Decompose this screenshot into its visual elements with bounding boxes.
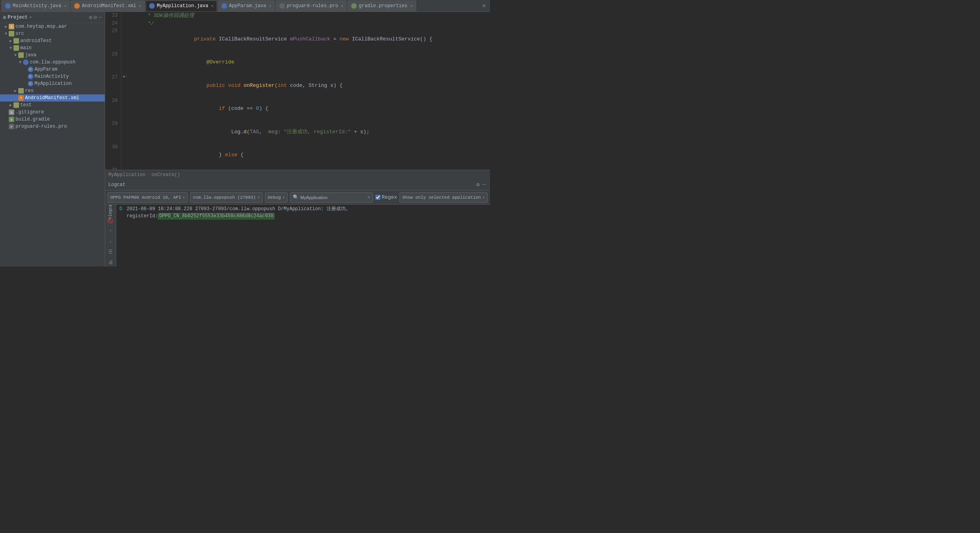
sidebar-dropdown-arrow[interactable]: ▾ xyxy=(29,15,32,20)
log-highlighted-value: OPPO_CN_8b0252f5553e33b450c886d8c24ac930 xyxy=(158,213,275,219)
tab-gradle[interactable]: gradle.properties ✕ xyxy=(348,0,416,12)
logcat-side-toolbar: =logcat 🚫 ↑ ↓ ☰ 🖨 ↻ ⚙ >> xyxy=(105,205,116,266)
tree-arrow-package: ▼ xyxy=(17,60,23,65)
logcat-toolbar: OPPO PAFM00 Android 10, API ▾ com.llw.op… xyxy=(105,190,490,205)
device-selector[interactable]: OPPO PAFM00 Android 10, API ▾ xyxy=(108,192,188,203)
pro-file-icon xyxy=(279,3,285,9)
tab-close-my-application[interactable]: ✕ xyxy=(211,4,213,8)
logcat-content[interactable]: D 2021-06-09 16:24:08.228 27093-27093/co… xyxy=(116,205,490,266)
tab-close-main-activity[interactable]: ✕ xyxy=(64,4,66,8)
breadcrumb-method[interactable]: onCreate() xyxy=(152,172,180,178)
tree-item-package[interactable]: ▼ com.llw.oppopush xyxy=(0,59,105,66)
tab-app-param[interactable]: AppParam.java ✕ xyxy=(218,0,275,12)
folder-androidtest-icon xyxy=(13,38,19,44)
tree-item-java[interactable]: ▼ java xyxy=(0,52,105,59)
tree-item-src[interactable]: ▼ src xyxy=(0,30,105,37)
project-sidebar: ▣ Project ▾ ⚙ ⊟ — ▶ a com.heytap.msp.aar… xyxy=(0,12,105,266)
tab-label-proguard: proguard-rules.pro xyxy=(287,3,338,9)
tab-main-activity[interactable]: MainActivity.java ✕ xyxy=(2,0,70,12)
class-mainactivity-icon: C xyxy=(28,74,33,79)
tree-item-build-gradle[interactable]: ▶ g build.gradle xyxy=(0,116,105,123)
logcat-filter-icon[interactable]: =logcat xyxy=(106,206,115,215)
tab-label-main-activity: MainActivity.java xyxy=(13,3,61,9)
tree-item-androidTest[interactable]: ▶ androidTest xyxy=(0,37,105,44)
tree-arrow-java: ▼ xyxy=(13,53,18,58)
code-line-28: 28 if (code == 0) { xyxy=(105,97,490,121)
tree-item-gitignore[interactable]: ▶ g .gitignore xyxy=(0,109,105,116)
tree-item-test[interactable]: ▶ test xyxy=(0,102,105,109)
code-editor[interactable]: 23 * SDK操作回调处理 24 */ 25 xyxy=(105,12,490,170)
class-myapplication-icon: C xyxy=(28,81,33,86)
show-only-label: Show only selected application xyxy=(402,195,481,200)
sidebar-layout-icon[interactable]: ⊟ xyxy=(94,14,97,21)
gradle-file-icon xyxy=(351,3,357,9)
logcat-header: Logcat ⚙ — xyxy=(105,179,490,190)
java-file-icon-active xyxy=(149,3,155,9)
scroll-down-icon[interactable]: ↓ xyxy=(106,237,115,246)
code-line-25: 25 private ICallBackResultService mPushC… xyxy=(105,27,490,51)
folder-src-icon xyxy=(9,31,14,36)
log-level-selector[interactable]: Debug ▾ xyxy=(265,192,288,203)
tree-item-aar[interactable]: ▶ a com.heytap.msp.aar xyxy=(0,23,105,30)
process-dropdown-arrow: ▾ xyxy=(257,195,260,200)
recent-files-icon[interactable]: ≡ xyxy=(480,2,488,10)
tree-label-src: src xyxy=(15,31,24,36)
tab-close-gradle[interactable]: ✕ xyxy=(410,4,413,8)
tab-android-manifest[interactable]: AndroidManifest.xml ✕ xyxy=(71,0,145,12)
process-label: com.llw.oppopush (27093) xyxy=(193,195,256,200)
tree-label-androidtest: androidTest xyxy=(20,38,52,44)
sidebar-gear-icon[interactable]: ⚙ xyxy=(89,14,92,21)
tab-my-application[interactable]: MyApplication.java ✕ xyxy=(146,0,217,12)
tree-item-manifest[interactable]: ▶ X AndroidManifest.xml xyxy=(0,94,105,102)
folder-test-icon xyxy=(13,102,19,108)
log-entry-1[interactable]: D 2021-06-09 16:24:08.228 27093-27093/co… xyxy=(116,205,490,220)
logcat-search-box: 🔍 ✕ xyxy=(290,192,373,203)
logcat-settings-icon[interactable]: ⚙ xyxy=(475,180,480,189)
search-clear-icon[interactable]: ✕ xyxy=(367,194,370,200)
tree-item-main[interactable]: ▼ main xyxy=(0,44,105,52)
logcat-minimize-icon[interactable]: — xyxy=(482,180,487,189)
tree-label-build-gradle: build.gradle xyxy=(15,117,50,122)
show-only-selector[interactable]: Show only selected application ▾ xyxy=(400,192,488,203)
logcat-search-input[interactable] xyxy=(300,195,366,200)
tree-label-test: test xyxy=(20,102,32,108)
sidebar-close-icon[interactable]: — xyxy=(98,14,102,21)
regex-checkbox-wrap: Regex xyxy=(375,194,397,200)
scroll-up-icon[interactable]: ↑ xyxy=(106,227,115,236)
print-icon[interactable]: 🖨 xyxy=(106,258,115,266)
tree-label-manifest: AndroidManifest.xml xyxy=(25,95,79,101)
regex-label[interactable]: Regex xyxy=(382,194,397,200)
breadcrumb-class[interactable]: MyApplication xyxy=(108,172,146,178)
regex-checkbox[interactable] xyxy=(375,195,380,200)
tab-close-app-param[interactable]: ✕ xyxy=(269,4,271,8)
code-table: 23 * SDK操作回调处理 24 */ 25 xyxy=(105,12,490,170)
tab-label-gradle: gradle.properties xyxy=(359,3,407,9)
java-icon-app-param xyxy=(221,3,227,9)
code-line-29: 29 Log.d(TAG, msg: "注册成功, registerId:" +… xyxy=(105,120,490,144)
tree-item-proguard[interactable]: ▶ p proguard-rules.pro xyxy=(0,123,105,130)
logcat-panel-title: Logcat xyxy=(108,182,125,188)
folder-res-icon xyxy=(18,88,24,94)
breadcrumb-separator: › xyxy=(147,172,150,178)
tree-arrow-aar: ▶ xyxy=(3,24,9,29)
tree-arrow-test: ▶ xyxy=(8,103,13,107)
tree-item-AppParam[interactable]: ▶ C AppParam xyxy=(0,66,105,73)
tree-label-aar: com.heytap.msp.aar xyxy=(15,24,67,29)
tree-label-java: java xyxy=(25,52,37,58)
tab-proguard[interactable]: proguard-rules.pro ✕ xyxy=(276,0,347,12)
code-line-27: 27 ●↑ public void onRegister(int code, S… xyxy=(105,74,490,97)
breadcrumb: MyApplication › onCreate() xyxy=(105,170,490,179)
tab-close-android-manifest[interactable]: ✕ xyxy=(139,4,141,8)
process-selector[interactable]: com.llw.oppopush (27093) ▾ xyxy=(190,192,262,203)
class-appparam-icon: C xyxy=(28,67,33,72)
tree-item-res[interactable]: ▶ res xyxy=(0,87,105,94)
sidebar-header: ▣ Project ▾ ⚙ ⊟ — xyxy=(0,12,105,23)
tree-item-MyApplication[interactable]: ▶ C MyApplication xyxy=(0,80,105,87)
java-file-icon xyxy=(5,3,11,9)
tab-bar: MainActivity.java ✕ AndroidManifest.xml … xyxy=(0,0,490,12)
filter-icon[interactable]: ☰ xyxy=(106,247,115,256)
tree-item-MainActivity[interactable]: ▶ C MainActivity xyxy=(0,73,105,80)
tab-close-proguard[interactable]: ✕ xyxy=(341,4,343,8)
log-level-label: Debug xyxy=(268,195,281,200)
project-icon: ▣ xyxy=(3,14,6,20)
